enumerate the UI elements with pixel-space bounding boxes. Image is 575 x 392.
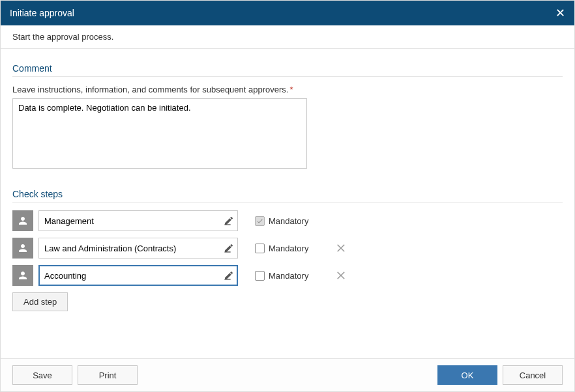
mandatory-wrap: Mandatory: [255, 271, 308, 281]
person-icon[interactable]: [12, 210, 33, 231]
dialog-titlebar: Initiate approval ✕: [1, 1, 574, 25]
step-row: Mandatory: [12, 210, 563, 231]
mandatory-label: Mandatory: [269, 216, 308, 226]
delete-step-icon[interactable]: [336, 270, 347, 281]
step-input-wrap: [38, 238, 238, 259]
comment-textarea[interactable]: [12, 98, 307, 169]
svg-rect-1: [224, 251, 230, 252]
step-input-wrap: [38, 210, 238, 231]
step-input[interactable]: [38, 265, 238, 286]
comment-field-label: Leave instructions, information, and com…: [12, 85, 563, 94]
close-icon[interactable]: ✕: [555, 7, 565, 19]
check-steps-title: Check steps: [12, 189, 563, 203]
step-input-wrap: [38, 265, 238, 286]
dialog-title: Initiate approval: [10, 8, 74, 18]
person-icon[interactable]: [12, 238, 33, 259]
check-steps-section: Check steps MandatoryMandatoryMandatory …: [12, 189, 563, 311]
step-input[interactable]: [38, 210, 238, 231]
mandatory-wrap: Mandatory: [255, 216, 308, 226]
svg-rect-0: [224, 224, 230, 225]
mandatory-label: Mandatory: [269, 271, 308, 281]
edit-icon[interactable]: [224, 216, 234, 226]
save-button[interactable]: Save: [12, 365, 72, 385]
dialog-footer: Save Print OK Cancel: [1, 358, 574, 391]
print-button[interactable]: Print: [78, 365, 138, 385]
mandatory-checkbox[interactable]: [255, 244, 265, 253]
required-marker: *: [289, 85, 293, 94]
person-icon[interactable]: [12, 265, 33, 286]
step-row: Mandatory: [12, 265, 563, 286]
step-input[interactable]: [38, 238, 238, 259]
mandatory-checkbox: [255, 216, 265, 226]
dialog-subtitle: Start the approval process.: [1, 25, 574, 49]
svg-rect-2: [224, 279, 230, 279]
mandatory-wrap: Mandatory: [255, 244, 308, 253]
edit-icon[interactable]: [224, 243, 234, 253]
steps-list: MandatoryMandatoryMandatory: [12, 210, 563, 286]
ok-button[interactable]: OK: [437, 365, 497, 385]
dialog-content: Comment Leave instructions, information,…: [1, 49, 574, 358]
comment-section: Comment Leave instructions, information,…: [12, 63, 563, 171]
add-step-button[interactable]: Add step: [12, 292, 68, 311]
cancel-button[interactable]: Cancel: [503, 365, 563, 385]
mandatory-checkbox[interactable]: [255, 271, 265, 281]
mandatory-label: Mandatory: [269, 244, 308, 253]
comment-section-title: Comment: [12, 63, 563, 77]
delete-step-icon[interactable]: [336, 242, 347, 254]
edit-icon[interactable]: [224, 270, 234, 281]
step-row: Mandatory: [12, 238, 563, 259]
